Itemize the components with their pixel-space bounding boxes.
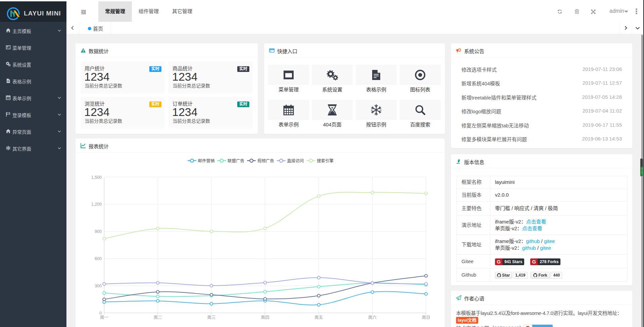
svg-text:1,200: 1,200 (91, 202, 102, 207)
svg-text:直接访问: 直接访问 (287, 158, 304, 163)
svg-text:周二: 周二 (154, 315, 162, 320)
svg-text:视频广告: 视频广告 (257, 158, 274, 163)
svg-text:搜索引擎: 搜索引擎 (317, 158, 334, 163)
svg-text:1,500: 1,500 (91, 175, 102, 180)
svg-text:邮件营销: 邮件营销 (198, 159, 215, 163)
svg-text:周日: 周日 (422, 315, 430, 320)
svg-text:周六: 周六 (368, 315, 377, 320)
svg-text:周三: 周三 (207, 315, 216, 320)
svg-text:0: 0 (99, 311, 102, 316)
svg-text:周五: 周五 (314, 315, 323, 320)
svg-text:周一: 周一 (100, 315, 108, 320)
svg-text:周四: 周四 (261, 315, 269, 320)
svg-text:600: 600 (95, 256, 102, 261)
svg-text:联盟广告: 联盟广告 (228, 159, 244, 163)
svg-text:900: 900 (95, 229, 102, 234)
svg-text:300: 300 (95, 284, 102, 288)
